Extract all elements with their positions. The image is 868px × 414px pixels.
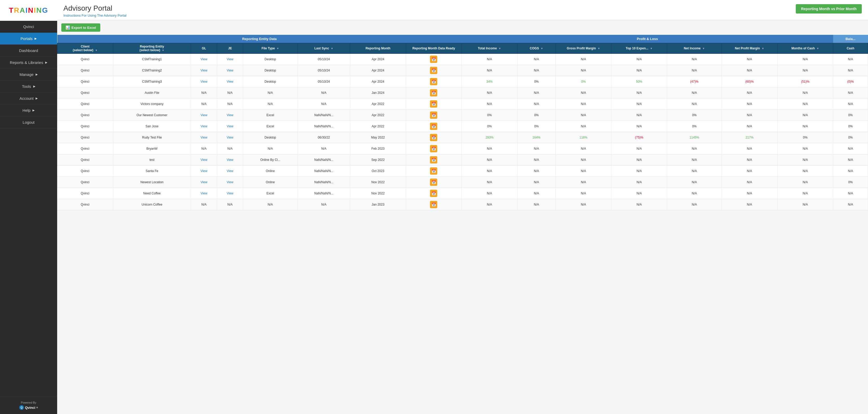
- data-table-container[interactable]: Reporting Entity Data Profit & Loss Bala…: [57, 35, 868, 414]
- table-cell-data-ready[interactable]: 📅: [406, 154, 462, 166]
- table-cell-data-ready[interactable]: 📅: [406, 54, 462, 65]
- table-row[interactable]: QvinciNeed CoffeeViewViewExcelNaN/NaN/N.…: [57, 188, 868, 199]
- calendar-icon[interactable]: 📅: [430, 78, 437, 85]
- calendar-icon[interactable]: 📅: [430, 112, 437, 119]
- table-cell-gl[interactable]: View: [191, 166, 217, 177]
- powered-by-text: Powered By: [4, 401, 53, 404]
- sidebar-item-qvinci[interactable]: Qvinci: [0, 21, 57, 33]
- calendar-icon[interactable]: 📅: [430, 179, 437, 186]
- table-cell-je[interactable]: View: [217, 65, 243, 76]
- table-cell: Excel: [243, 188, 298, 199]
- table-row[interactable]: QvinciVictors companyN/AN/AN/AN/AApr 202…: [57, 98, 868, 110]
- sidebar-item-portals[interactable]: Portals ▶: [0, 33, 57, 45]
- table-cell-data-ready[interactable]: 📅: [406, 121, 462, 132]
- sidebar-item-help[interactable]: Help ▶: [0, 105, 57, 116]
- table-cell-je[interactable]: View: [217, 154, 243, 166]
- sidebar-item-tools[interactable]: Tools ▶: [0, 81, 57, 92]
- table-cell-gl[interactable]: View: [191, 54, 217, 65]
- table-cell-je[interactable]: View: [217, 76, 243, 87]
- instructions-link[interactable]: Instructions For Using The Advisory Port…: [63, 13, 126, 18]
- table-cell: 05/10/24: [298, 76, 350, 87]
- col-last-sync[interactable]: Last Sync ▼: [298, 43, 350, 54]
- table-cell-gl[interactable]: View: [191, 110, 217, 121]
- calendar-icon[interactable]: 📅: [430, 190, 437, 197]
- table-cell-je[interactable]: View: [217, 110, 243, 121]
- table-cell-financial: N/A: [462, 177, 518, 188]
- calendar-icon[interactable]: 📅: [430, 56, 437, 63]
- col-file-type[interactable]: File Type ▼: [243, 43, 298, 54]
- table-row[interactable]: QvinciNewest LocationViewViewOnlineNaN/N…: [57, 177, 868, 188]
- table-cell: Qvinci: [57, 121, 113, 132]
- col-client[interactable]: Client(select below) ▼: [57, 43, 113, 54]
- calendar-icon[interactable]: 📅: [430, 145, 437, 152]
- table-cell-data-ready[interactable]: 📅: [406, 110, 462, 121]
- table-row[interactable]: QvinciCSMTraining3ViewViewDesktop05/10/2…: [57, 76, 868, 87]
- col-top10[interactable]: Top 10 Expen... ▼: [611, 43, 667, 54]
- table-cell-data-ready[interactable]: 📅: [406, 65, 462, 76]
- calendar-icon[interactable]: 📅: [430, 100, 437, 108]
- col-months-cash[interactable]: Months of Cash ▼: [777, 43, 833, 54]
- table-cell-data-ready[interactable]: 📅: [406, 188, 462, 199]
- table-cell-gl[interactable]: View: [191, 121, 217, 132]
- col-cogs[interactable]: COGS ▼: [517, 43, 555, 54]
- sidebar-item-account[interactable]: Account ▶: [0, 92, 57, 105]
- table-cell-data-ready[interactable]: 📅: [406, 87, 462, 98]
- table-cell-data-ready[interactable]: 📅: [406, 199, 462, 210]
- table-cell-gl[interactable]: View: [191, 76, 217, 87]
- table-row[interactable]: QvinciRudy Test FileViewViewDesktop06/30…: [57, 132, 868, 143]
- table-row[interactable]: QvinciAustin FileN/AN/AN/AN/AJan 2024📅N/…: [57, 87, 868, 98]
- sidebar-item-portals-arrow: ▶: [35, 37, 37, 40]
- table-cell-je[interactable]: View: [217, 121, 243, 132]
- table-cell-data-ready[interactable]: 📅: [406, 177, 462, 188]
- calendar-icon[interactable]: 📅: [430, 134, 437, 141]
- table-cell-gl[interactable]: View: [191, 154, 217, 166]
- export-excel-button[interactable]: 📊 Export to Excel: [61, 23, 100, 32]
- logo: TRAINING: [9, 6, 48, 14]
- table-row[interactable]: QvincitestViewViewOnline By Cl...NaN/NaN…: [57, 154, 868, 166]
- table-row[interactable]: QvinciOur Newest CustomerViewViewExcelNa…: [57, 110, 868, 121]
- col-gross-profit[interactable]: Gross Profit Margin ▼: [555, 43, 611, 54]
- table-row[interactable]: QvinciSan JoseViewViewExcelNaN/NaN/N...A…: [57, 121, 868, 132]
- section-reporting-entity: Reporting Entity Data: [57, 35, 462, 43]
- table-cell-data-ready[interactable]: 📅: [406, 166, 462, 177]
- col-reporting-entity[interactable]: Reporting Entity(select below) ▼: [113, 43, 191, 54]
- table-cell-je[interactable]: View: [217, 54, 243, 65]
- table-row[interactable]: QvinciCSMTraining2ViewViewDesktop05/10/2…: [57, 65, 868, 76]
- table-cell-financial: N/A: [777, 121, 833, 132]
- table-cell-je[interactable]: View: [217, 177, 243, 188]
- table-row[interactable]: QvinciSanta FeViewViewOnlineNaN/NaN/N...…: [57, 166, 868, 177]
- col-total-income[interactable]: Total Income ▼: [462, 43, 518, 54]
- table-cell-financial: N/A: [555, 166, 611, 177]
- calendar-icon[interactable]: 📅: [430, 156, 437, 164]
- table-cell-data-ready[interactable]: 📅: [406, 76, 462, 87]
- calendar-icon[interactable]: 📅: [430, 123, 437, 130]
- sidebar-item-manage[interactable]: Manage ▶: [0, 69, 57, 81]
- table-cell-data-ready[interactable]: 📅: [406, 98, 462, 110]
- col-net-income[interactable]: Net Income ▼: [667, 43, 722, 54]
- table-cell-je[interactable]: View: [217, 166, 243, 177]
- table-cell-je[interactable]: View: [217, 132, 243, 143]
- table-cell: Jan 2023: [350, 199, 406, 210]
- table-cell: CSMTraining2: [113, 65, 191, 76]
- calendar-icon[interactable]: 📅: [430, 167, 437, 175]
- export-label: Export to Excel: [71, 26, 96, 30]
- calendar-icon[interactable]: 📅: [430, 67, 437, 74]
- table-row[interactable]: QvinciUnicorn CoffeeN/AN/AN/AN/AJan 2023…: [57, 199, 868, 210]
- report-month-button[interactable]: Reporting Month vs Prior Month: [796, 4, 862, 13]
- col-net-profit-margin[interactable]: Net Profit Margin ▼: [722, 43, 778, 54]
- calendar-icon[interactable]: 📅: [430, 201, 437, 208]
- sidebar-item-logout[interactable]: Logout: [0, 116, 57, 128]
- table-row[interactable]: QvinciBryanWN/AN/AN/AN/AFeb 2023📅N/AN/AN…: [57, 143, 868, 154]
- calendar-icon[interactable]: 📅: [430, 89, 437, 96]
- sidebar-item-reports[interactable]: Reports & Libraries ▶: [0, 57, 57, 69]
- table-cell-je[interactable]: View: [217, 188, 243, 199]
- table-cell-data-ready[interactable]: 📅: [406, 143, 462, 154]
- table-cell-gl[interactable]: View: [191, 132, 217, 143]
- sidebar-item-dashboard[interactable]: Dashboard: [0, 45, 57, 57]
- table-cell-gl[interactable]: View: [191, 177, 217, 188]
- table-cell-data-ready[interactable]: 📅: [406, 132, 462, 143]
- table-cell: CSMTraining3: [113, 76, 191, 87]
- table-cell-gl[interactable]: View: [191, 65, 217, 76]
- table-cell-gl[interactable]: View: [191, 188, 217, 199]
- table-row[interactable]: QvinciCSMTraining1ViewViewDesktop05/10/2…: [57, 54, 868, 65]
